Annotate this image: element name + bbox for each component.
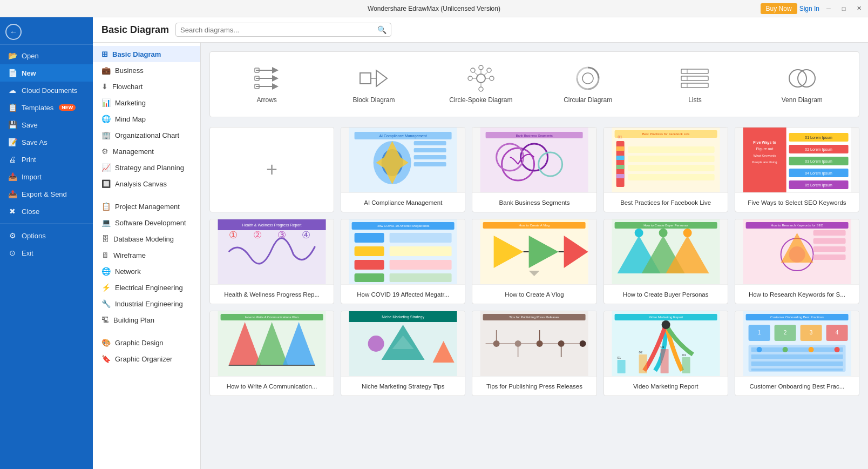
subnav-flowchart[interactable]: ⬇ Flowchart (93, 78, 200, 95)
health-wellness-preview: Health & Wellness Progress Report ① ② ③ … (210, 219, 334, 284)
subnav-software[interactable]: 💻 Software Development (93, 215, 200, 231)
subnav-analysis[interactable]: 🔲 Analysis Canvas (93, 176, 200, 192)
icon-card-arrows[interactable]: Arrows (216, 61, 317, 108)
sidebar-item-cloud[interactable]: ☁ Cloud Documents (0, 82, 93, 99)
minimize-button[interactable]: ─ (822, 2, 836, 16)
svg-text:How COVID-19 Affected Megatren: How COVID-19 Affected Megatrends (377, 224, 430, 227)
svg-rect-87 (355, 233, 384, 243)
icon-card-lists[interactable]: Lists (645, 61, 745, 108)
template-create-vlog[interactable]: How to Create A Vlog How to Create A Vlo… (472, 219, 596, 304)
sidebar-item-saveas[interactable]: 📝 Save As (0, 133, 93, 151)
wireframe-icon: 🖥 (101, 251, 109, 259)
svg-rect-94 (390, 273, 452, 282)
svg-text:4: 4 (836, 330, 839, 336)
press-releases-preview: Tips for Publishing Press Releases (472, 311, 596, 376)
svg-rect-39 (414, 155, 446, 159)
svg-rect-120 (813, 238, 845, 244)
subnav-marketing[interactable]: 📊 Marketing (93, 95, 200, 111)
sidebar-item-import[interactable]: 📥 Import (0, 168, 93, 185)
subnav-strategy[interactable]: 📈 Strategy and Planning (93, 159, 200, 176)
sidebar-item-close[interactable]: ✖ Close (0, 203, 93, 220)
management-icon: ⚙ (101, 147, 109, 156)
svg-text:01: 01 (618, 135, 622, 139)
subnav-building[interactable]: 🏗 Building Plan (93, 312, 200, 328)
svg-rect-93 (390, 260, 452, 270)
subnav-wireframe[interactable]: 🖥 Wireframe (93, 247, 200, 263)
svg-rect-24 (681, 76, 708, 81)
template-communication-plan[interactable]: How to Write A Communications Plan How t… (209, 311, 334, 396)
svg-text:2: 2 (784, 330, 787, 336)
back-button[interactable]: ← (5, 24, 22, 40)
svg-text:②: ② (253, 230, 262, 240)
covid19-preview: How COVID-19 Affected Megatrends (341, 219, 465, 284)
subnav-business[interactable]: 💼 Business (93, 62, 200, 78)
close-button[interactable]: ✕ (852, 2, 866, 16)
sidebar-item-print[interactable]: 🖨 Print (0, 151, 93, 168)
icon-card-block[interactable]: Block Diagram (323, 61, 424, 108)
sidebar-item-exit[interactable]: ⊙ Exit (0, 244, 93, 262)
business-icon: 💼 (101, 66, 111, 75)
subnav-graphic[interactable]: 🎨 Graphic Design (93, 334, 200, 351)
template-research-keywords[interactable]: How to Research Keywords for SEO How to … (735, 219, 859, 304)
add-template-card[interactable]: + (209, 127, 334, 212)
template-covid19[interactable]: How COVID-19 Affected Megatrends (341, 219, 465, 304)
search-input[interactable] (180, 26, 377, 34)
svg-point-142 (493, 340, 500, 347)
sign-in-button[interactable]: Sign In (799, 5, 819, 12)
subnav-projectmgmt[interactable]: 📋 Project Management (93, 198, 200, 215)
sidebar-item-open[interactable]: 📂 Open (0, 47, 93, 64)
subnav-management[interactable]: ⚙ Management (93, 143, 200, 159)
marketing-icon: 📊 (101, 98, 111, 107)
subnav-orgchart[interactable]: 🏢 Organizational Chart (93, 127, 200, 143)
subnav-mindmap[interactable]: 🌐 Mind Map (93, 111, 200, 127)
sidebar-item-save[interactable]: 💾 Save (0, 116, 93, 133)
template-bank-segments[interactable]: Bank Business Segments Bank Business Seg… (472, 127, 596, 212)
close-sidebar-icon: ✖ (8, 207, 17, 216)
subnav-basic[interactable]: ⊞ Basic Diagram (93, 46, 200, 62)
communication-plan-preview: How to Write A Communications Plan (210, 311, 334, 376)
block-preview (357, 65, 390, 92)
subnav-database[interactable]: 🗄 Database Modeling (93, 231, 200, 247)
template-health-wellness[interactable]: Health & Wellness Progress Report ① ② ③ … (209, 219, 334, 304)
template-buyer-personas[interactable]: How to Create Buyer Personas How to Crea… (603, 219, 728, 304)
icon-card-circle-spoke[interactable]: Circle-Spoke Diagram (431, 61, 531, 108)
new-icon: 📄 (8, 69, 17, 77)
maximize-button[interactable]: □ (837, 2, 851, 16)
subnav-organizer[interactable]: 🔖 Graphic Organizer (93, 351, 200, 367)
video-report-label: Video Marketing Report (604, 376, 728, 396)
svg-text:Best Practices for Facebook Li: Best Practices for Facebook Live (642, 132, 689, 136)
template-fb-live[interactable]: Best Practices for Facebook Live 01 (603, 127, 728, 212)
sidebar-item-export[interactable]: 📤 Export & Send (0, 185, 93, 203)
template-ai-compliance[interactable]: AI Compliance Management AI Compliance M… (341, 127, 465, 212)
research-keywords-label: How to Research Keywords for S... (735, 284, 859, 304)
content-area: Basic Diagram 🔍 ⊞ Basic Diagram 💼 Busine… (93, 17, 868, 469)
sub-nav: ⊞ Basic Diagram 💼 Business ⬇ Flowchart 📊… (93, 43, 201, 469)
template-onboarding[interactable]: Customer Onboarding Best Practices 1 2 3… (735, 311, 859, 396)
svg-text:05 Lorem Ipsum: 05 Lorem Ipsum (805, 183, 832, 187)
sidebar-item-templates[interactable]: 📋 Templates NEW (0, 99, 93, 116)
icon-card-circular[interactable]: Circular Diagram (538, 61, 638, 108)
subnav-network[interactable]: 🌐 Network (93, 263, 200, 279)
building-icon: 🏗 (101, 316, 109, 324)
template-press-releases[interactable]: Tips for Publishing Press Releases (472, 311, 596, 396)
svg-rect-57 (616, 146, 624, 151)
template-video-report[interactable]: Video Marketing Report 01 02 (603, 311, 728, 396)
subnav-electrical[interactable]: ⚡ Electrical Engineering (93, 279, 200, 296)
template-seo-keywords[interactable]: Five Ways to Figure out What Keywords Pe… (735, 127, 859, 212)
subnav-industrial[interactable]: 🔧 Industrial Engineering (93, 296, 200, 312)
onboarding-label: Customer Onboarding Best Prac... (735, 376, 859, 396)
sidebar-item-options[interactable]: ⚙ Options (0, 227, 93, 244)
svg-point-182 (834, 347, 839, 352)
svg-rect-90 (355, 273, 384, 282)
search-box[interactable]: 🔍 (175, 23, 391, 37)
template-niche-marketing[interactable]: Niche Marketing Strategy Niche Marketing… (341, 311, 465, 396)
svg-point-143 (515, 340, 521, 347)
network-icon: 🌐 (101, 267, 111, 276)
icon-card-venn[interactable]: Venn Diagram (752, 61, 852, 108)
create-vlog-label: How to Create A Vlog (472, 284, 596, 304)
buy-now-button[interactable]: Buy Now (761, 3, 797, 14)
svg-point-22 (582, 73, 593, 84)
add-icon: + (266, 158, 277, 181)
sidebar-item-new[interactable]: 📄 New (0, 64, 93, 82)
import-icon: 📥 (8, 172, 17, 181)
